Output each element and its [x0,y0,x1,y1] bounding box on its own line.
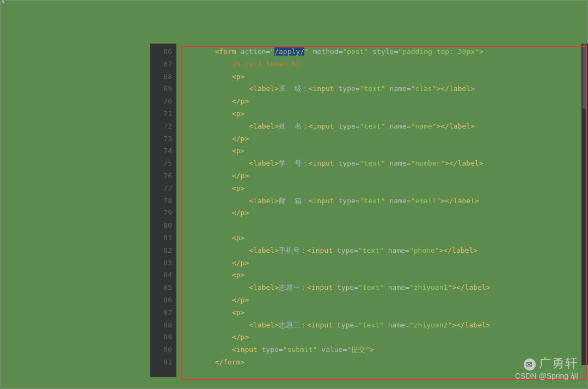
scrollbar-thumb[interactable] [583,44,587,109]
editor-tabs: views.py×models.py×apply.html× [150,28,588,44]
editor-area: views.py×models.py×apply.html× 66 67 68 … [150,28,588,389]
code-area[interactable]: 66 67 68 69 70 71 72 73 74 75 76 77 78 7… [150,44,588,377]
editor-tab-apply.html[interactable]: apply.html× [247,29,296,43]
line-gutter: 66 67 68 69 70 71 72 73 74 75 76 77 78 7… [150,44,176,377]
vertical-scrollbar[interactable] [581,44,588,365]
code-content[interactable]: <form action="/apply/" method="post" sty… [176,44,588,377]
